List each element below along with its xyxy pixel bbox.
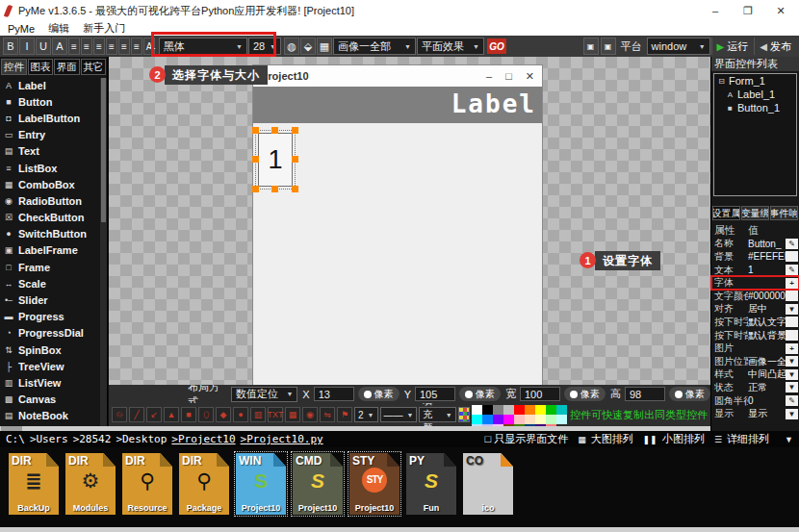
property-value[interactable]: 中间凸起 [748,367,786,381]
tree-row[interactable]: ■ Button_1 [714,101,796,114]
design-canvas[interactable]: Project10 – □ ✕ Label 1 [109,57,710,385]
image-tool-icon[interactable]: ⬙ [300,38,316,55]
filter-checkbox[interactable]: □ 只显示界面文件 [484,432,568,446]
font-size-select[interactable]: 28 ▼ [248,38,281,55]
unit-toggle[interactable]: 像素 [358,387,400,401]
control-list-item[interactable]: ▭ Entry [0,127,107,143]
project-file-icon[interactable]: PY S Fun [406,453,456,515]
property-value[interactable]: 0 [748,395,786,406]
property-value[interactable]: 1 [748,265,786,275]
control-list-item[interactable]: •– Slider [0,291,107,308]
property-value[interactable]: 默认文字 [748,316,786,329]
color-swatch[interactable] [556,415,567,424]
property-edit-button[interactable] [786,330,798,341]
image-tool-icon[interactable]: ▦ [317,38,332,55]
image-scope-select[interactable]: 画像一全部 ▼ [333,38,416,55]
control-list-item[interactable]: ▬ Progress [0,309,107,325]
maximize-button[interactable]: ❐ [734,0,762,21]
unit-toggle[interactable]: 像素 [459,387,501,401]
draw-tool-button[interactable]: ■ [181,407,196,422]
control-list-item[interactable]: ↔ Scale [0,275,107,291]
property-value[interactable]: Button_ [748,239,786,249]
align-button[interactable]: ≡ [93,38,105,55]
control-list-item[interactable]: ├ TreeView [0,358,107,374]
run-button[interactable]: ▶ 运行 [711,38,754,55]
sidebar-tab[interactable]: 界面 [54,59,80,75]
window-mode-icon[interactable]: ▣ [601,38,616,55]
effect-select[interactable]: 平面效果 ▼ [417,38,484,55]
control-list-item[interactable]: ◔ ProgressDial [0,325,107,342]
color-swatch[interactable] [482,405,493,415]
project-file-icon[interactable]: DIR ≣ BackUp [9,453,59,515]
publish-button[interactable]: ◀ 发布 [754,38,796,55]
go-button[interactable]: GO [487,38,506,54]
color-swatch[interactable] [535,415,546,424]
mini-palette-icon[interactable] [458,407,470,422]
project-file-icon[interactable]: DIR ⚲ Package [179,453,229,515]
selection-handle[interactable] [252,127,259,134]
color-swatch[interactable] [535,405,546,415]
control-list-item[interactable]: ☒ CheckButton [0,210,107,226]
control-list-item[interactable]: □ Frame [0,259,107,275]
draw-tool-button[interactable]: ♲ [112,407,127,422]
path-segment[interactable]: >28542 [73,433,112,445]
property-value[interactable]: 正常 [748,381,786,394]
draw-tool-button[interactable]: ◉ [302,407,318,422]
color-swatch[interactable] [546,405,556,415]
font-family-select[interactable]: 黑体 ▼ [159,38,247,55]
selection-handle[interactable] [252,156,259,163]
control-list-item[interactable]: ◉ RadioButton [0,192,107,209]
image-tool-icon[interactable]: ◍ [284,38,299,55]
tree-row[interactable]: A Label_1 [714,88,796,101]
property-edit-button[interactable]: + [786,343,798,354]
designer-minimize-button[interactable]: – [486,70,492,83]
color-swatch[interactable] [503,405,514,415]
control-list-item[interactable]: ▣ LabelFrame [0,242,107,259]
path-segment[interactable]: >Project10.py [241,433,323,445]
path-segment[interactable]: >Project10 [171,433,235,445]
designer-close-button[interactable]: ✕ [526,70,534,83]
geometry-input[interactable]: 98 [625,387,665,401]
path-segment[interactable]: >Desktop [116,433,167,445]
menu-item[interactable]: PyMe [8,23,35,35]
selection-handle[interactable] [292,127,298,134]
property-tab[interactable]: 事件响 [770,206,798,220]
view-mode-button[interactable]: ▦ 大图排列 [578,432,633,446]
window-mode-icon[interactable]: ▣ [583,38,599,55]
scroll-down-icon[interactable]: ▼ [785,435,793,444]
project-file-icon[interactable]: CO ico [463,453,513,515]
control-list-item[interactable]: A Label [0,77,107,93]
color-swatch[interactable] [556,405,567,415]
color-swatch[interactable] [525,415,535,424]
property-edit-button[interactable]: ▼ [786,382,798,393]
control-list-item[interactable]: ▦ ComboBox [0,176,107,192]
project-file-icon[interactable]: CMD S Project10 [293,453,343,515]
align-button[interactable]: ≡ [68,38,80,55]
draw-tool-button[interactable]: ↙ [146,407,162,422]
format-button[interactable]: I [19,38,35,55]
property-edit-button[interactable]: ✎ [786,239,798,249]
sidebar-tab[interactable]: 其它 [81,59,107,75]
view-mode-button[interactable]: ❚❚ 小图排列 [643,432,705,446]
property-value[interactable]: 居中 [748,302,786,316]
geometry-input[interactable]: 105 [415,387,455,401]
draw-tool-button[interactable]: ● [233,407,248,422]
control-list-item[interactable]: ≡ ListBox [0,160,107,176]
property-tab[interactable]: 设置属 [712,206,740,220]
color-swatch[interactable] [546,415,556,424]
sidebar-scrollbar[interactable] [100,78,107,426]
control-list-item[interactable]: ⇅ SpinBox [0,342,107,358]
draw-tool-button[interactable]: ▲ [164,407,179,422]
control-list-item[interactable]: ▩ Canvas [0,392,107,408]
menu-item[interactable]: 新手入门 [83,21,125,36]
view-mode-button[interactable]: ☰ 详细排列 [714,432,769,446]
unit-toggle[interactable]: 像素 [564,387,606,401]
project-file-icon[interactable]: WIN S Project10 [236,453,286,515]
property-edit-button[interactable]: ▼ [786,369,798,380]
color-swatch[interactable] [514,405,525,415]
property-edit-button[interactable] [786,317,798,327]
draw-tool-button[interactable]: ╱ [129,407,144,422]
selection-handle[interactable] [292,156,298,163]
project-file-icon[interactable]: DIR ⚲ Resource [122,453,172,515]
property-edit-button[interactable]: + [786,278,798,289]
